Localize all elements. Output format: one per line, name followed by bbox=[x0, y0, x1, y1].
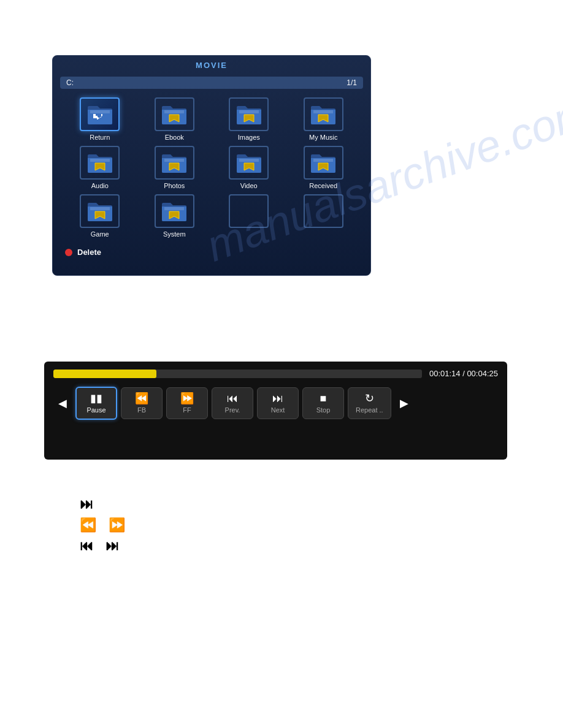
repeat-label: Repeat .. bbox=[356, 406, 383, 414]
icon-symbols-section: ⏭ ⏪ ⏩ ⏮ ⏭ bbox=[80, 496, 125, 554]
file-browser-panel: MOVIE C: 1/1 Return bbox=[52, 55, 371, 276]
folder-system[interactable]: System bbox=[140, 194, 210, 238]
prev-button[interactable]: ⏮ Prev. bbox=[212, 387, 253, 419]
controls-row: ◀ ▮▮ Pause ⏪ FB ⏩ FF ⏮ Prev. ⏭ Next ■ bbox=[53, 387, 498, 420]
icon-row-1: ⏭ bbox=[80, 496, 125, 512]
folder-game[interactable]: Game bbox=[65, 194, 135, 238]
folder-photos[interactable]: Photos bbox=[140, 146, 210, 189]
folder-images[interactable]: Images bbox=[214, 97, 284, 141]
stop-button[interactable]: ■ Stop bbox=[302, 387, 344, 419]
folder-return-label: Return bbox=[90, 134, 110, 141]
repeat-button[interactable]: ↻ Repeat .. bbox=[348, 387, 391, 419]
game-folder-icon[interactable] bbox=[80, 194, 120, 228]
fast-forward-icon: ⏩ bbox=[109, 517, 125, 533]
pause-icon: ▮▮ bbox=[90, 393, 102, 404]
fb-label: FB bbox=[137, 406, 146, 414]
fb-icon: ⏪ bbox=[135, 393, 148, 404]
folder-received[interactable]: Received bbox=[289, 146, 359, 189]
folder-game-label: Game bbox=[91, 230, 109, 238]
browser-title: MOVIE bbox=[196, 61, 228, 70]
prev-icon: ⏮ bbox=[227, 393, 238, 404]
folder-empty-2 bbox=[289, 194, 359, 238]
ff-button[interactable]: ⏩ FF bbox=[166, 387, 208, 419]
rewind-icon: ⏪ bbox=[80, 517, 96, 533]
folder-video-label: Video bbox=[240, 182, 258, 189]
ff-label: FF bbox=[183, 406, 191, 414]
stop-icon: ■ bbox=[320, 393, 327, 404]
progress-bar-fill bbox=[53, 370, 156, 378]
player-panel: 00:01:14 / 00:04:25 ◀ ▮▮ Pause ⏪ FB ⏩ FF… bbox=[44, 362, 507, 460]
audio-folder-icon[interactable] bbox=[80, 146, 120, 180]
browser-path-bar: C: 1/1 bbox=[60, 77, 363, 89]
next-frame-icon: ⏭ bbox=[80, 496, 93, 512]
next-label: Next bbox=[271, 406, 285, 414]
browser-title-bar: MOVIE bbox=[53, 56, 370, 74]
ebook-folder-icon[interactable] bbox=[155, 97, 194, 131]
folder-system-label: System bbox=[163, 230, 186, 238]
folder-ebook[interactable]: Ebook bbox=[140, 97, 210, 141]
delete-label[interactable]: Delete bbox=[77, 248, 101, 257]
delete-dot-icon bbox=[65, 249, 72, 256]
nav-left-arrow[interactable]: ◀ bbox=[53, 393, 72, 413]
fb-button[interactable]: ⏪ FB bbox=[121, 387, 163, 419]
nav-right-arrow[interactable]: ▶ bbox=[395, 393, 413, 413]
browser-grid: Return Ebook bbox=[53, 91, 370, 244]
time-total: 00:04:25 bbox=[467, 369, 498, 378]
empty-slot-1 bbox=[229, 194, 269, 228]
photos-folder-icon[interactable] bbox=[155, 146, 194, 180]
browser-path: C: bbox=[66, 78, 74, 87]
system-folder-icon[interactable] bbox=[155, 194, 194, 228]
video-folder-icon[interactable] bbox=[229, 146, 269, 180]
progress-bar-container[interactable] bbox=[53, 370, 422, 378]
prev-track-icon: ⏮ bbox=[80, 538, 93, 554]
time-separator: / bbox=[461, 369, 467, 378]
next-icon: ⏭ bbox=[272, 393, 283, 404]
folder-images-label: Images bbox=[238, 134, 260, 141]
time-display: 00:01:14 / 00:04:25 bbox=[429, 369, 498, 378]
prev-label: Prev. bbox=[225, 406, 240, 414]
ff-icon: ⏩ bbox=[180, 393, 194, 404]
browser-page: 1/1 bbox=[347, 78, 357, 87]
next-track-icon: ⏭ bbox=[105, 538, 119, 554]
pause-button[interactable]: ▮▮ Pause bbox=[75, 387, 117, 420]
images-folder-icon[interactable] bbox=[229, 97, 269, 131]
stop-label: Stop bbox=[316, 406, 331, 414]
folder-video[interactable]: Video bbox=[214, 146, 284, 189]
return-folder-icon[interactable] bbox=[80, 97, 120, 131]
folder-audio[interactable]: Audio bbox=[65, 146, 135, 189]
progress-row: 00:01:14 / 00:04:25 bbox=[53, 369, 498, 378]
folder-mymusic[interactable]: My Music bbox=[289, 97, 359, 141]
folder-ebook-label: Ebook bbox=[165, 134, 184, 141]
folder-mymusic-label: My Music bbox=[309, 134, 337, 141]
folder-received-label: Received bbox=[309, 182, 337, 189]
received-folder-icon[interactable] bbox=[304, 146, 343, 180]
folder-audio-label: Audio bbox=[91, 182, 109, 189]
delete-bar: Delete bbox=[53, 244, 370, 260]
time-current: 00:01:14 bbox=[429, 369, 461, 378]
folder-return[interactable]: Return bbox=[65, 97, 135, 141]
folder-empty-1 bbox=[214, 194, 284, 238]
icon-row-2: ⏪ ⏩ bbox=[80, 517, 125, 533]
repeat-icon: ↻ bbox=[365, 393, 374, 404]
pause-label: Pause bbox=[86, 406, 105, 414]
mymusic-folder-icon[interactable] bbox=[304, 97, 343, 131]
empty-slot-2 bbox=[304, 194, 343, 228]
folder-photos-label: Photos bbox=[164, 182, 185, 189]
icon-row-3: ⏮ ⏭ bbox=[80, 538, 125, 554]
next-button[interactable]: ⏭ Next bbox=[257, 387, 299, 419]
